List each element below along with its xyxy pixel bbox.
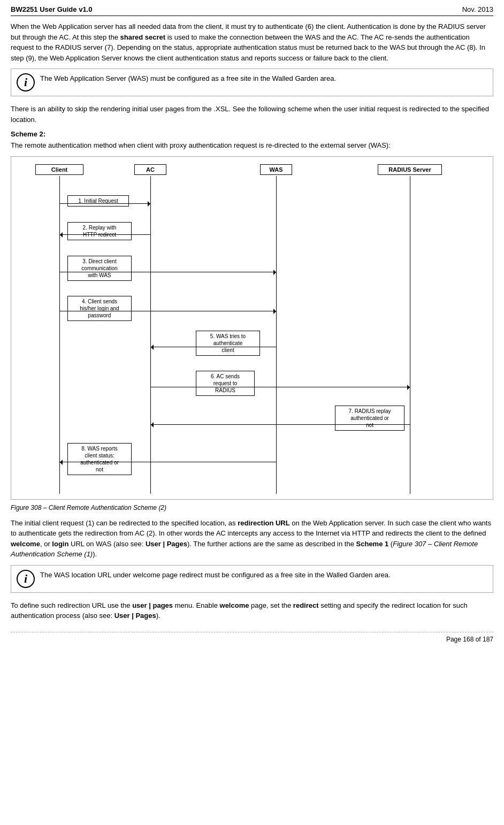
page-header: BW2251 User Guide v1.0 Nov. 2013 [11,5,493,16]
vline-radius [410,176,410,494]
page-number: Page 168 of 187 [446,636,493,643]
info-box-1: i The Web Application Server (WAS) must … [11,68,493,96]
para3: The initial client request (1) can be re… [11,518,493,560]
para4: To define such redirection URL use the u… [11,600,493,621]
info-icon-1: i [17,73,35,91]
figure-caption: Figure 308 – Client Remote Authenticatio… [11,504,493,511]
actor-ac: AC [134,164,166,175]
step-6-box: 6. AC sendsrequest toRADIUS [196,371,255,396]
vline-client [59,176,60,494]
step-1-box: 1. Initial Request [67,195,129,207]
para2: There is an ability to skip the renderin… [11,104,493,125]
actor-was: WAS [260,164,292,175]
step-8-arrow [60,462,276,462]
step-4-box: 4. Client sendshis/her login andpassword [67,296,132,321]
step-5-arrow [151,347,276,347]
info-text-1: The Web Application Server (WAS) must be… [40,73,336,84]
info-box-2: i The WAS location URL under welcome pag… [11,565,493,593]
vline-was [276,176,277,494]
diagram-inner: Client AC WAS RADIUS Server 1. Initial R… [19,162,485,494]
step-2-box: 2. Replay withHTTP redirect [67,222,132,240]
doc-title: BW2251 User Guide v1.0 [11,5,92,13]
info-icon-2: i [17,570,35,588]
step-8-box: 8. WAS reportsclient status:authenticate… [67,443,132,475]
actor-client: Client [35,164,83,175]
step-2-arrow [60,234,150,235]
step-4-arrow [60,311,276,311]
step-3-box: 3. Direct clientcommunicationwith WAS [67,256,132,281]
step-7-arrow [151,424,410,425]
step-1-arrow [60,203,150,204]
doc-date: Nov. 2013 [462,5,493,13]
page-footer: Page 168 of 187 [11,632,493,643]
scheme-desc: The remote authentication method when cl… [11,140,493,151]
actor-radius: RADIUS Server [378,164,442,175]
step-6-arrow [151,387,410,387]
step-3-arrow [60,272,276,272]
scheme-title: Scheme 2: [11,130,493,138]
step-5-box: 5. WAS tries toauthenticateclient [196,331,260,356]
intro-paragraph: When the Web Application server has all … [11,21,493,63]
info-text-2: The WAS location URL under welcome page … [40,570,391,580]
step-7-box: 7. RADIUS replayauthenticated ornot [335,406,404,431]
vline-ac [150,176,151,494]
diagram-container: Client AC WAS RADIUS Server 1. Initial R… [11,156,493,500]
